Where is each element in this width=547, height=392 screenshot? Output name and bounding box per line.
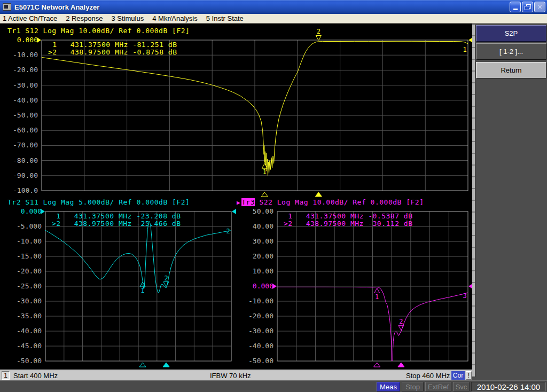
stop-frequency-label: Stop 460 MHz bbox=[406, 372, 450, 380]
menu-instr-state[interactable]: 5 Instr State bbox=[206, 14, 244, 22]
close-button[interactable]: ✕ bbox=[534, 2, 545, 12]
marker-1-number: 1 bbox=[263, 168, 267, 176]
title-bar: E5071C Network Analyzer ✕ bbox=[0, 0, 547, 14]
trace-title-text: S11 Log Mag 5.000dB/ Ref 0.000dB [F2] bbox=[21, 198, 190, 206]
meas-status-badge: Meas bbox=[377, 382, 400, 391]
y-tick-label: -25.00 bbox=[17, 282, 42, 290]
minimize-button[interactable] bbox=[510, 2, 521, 12]
y-tick-label: -90.00 bbox=[13, 171, 38, 179]
y-tick-label: -10.00 bbox=[13, 51, 38, 59]
marker-2-symbol-icon[interactable] bbox=[163, 282, 169, 287]
ifbw-label: IFBW 70 kHz bbox=[210, 372, 251, 380]
ref-level-left-icon[interactable] bbox=[272, 284, 277, 289]
y-tick-label: -15.00 bbox=[17, 252, 42, 260]
measurement-screen: Tr1 S12 Log Mag 10.00dB/ Ref 0.000dB [F2… bbox=[0, 23, 472, 370]
y-tick-label: 0.000 bbox=[21, 207, 42, 215]
y-tick-label: 30.00 bbox=[253, 237, 274, 245]
active-trace-arrow-icon: ▶ bbox=[237, 199, 240, 206]
plot-tr2-canvas: 0.000-5.000-10.00-15.00-20.00-25.00-30.0… bbox=[0, 209, 237, 368]
y-tick-label: 10.00 bbox=[253, 267, 274, 275]
y-tick-label: -5.000 bbox=[17, 222, 42, 230]
y-tick-label: -80.00 bbox=[13, 156, 38, 164]
marker-2-stimulus-icon[interactable] bbox=[398, 363, 404, 367]
active-trace-name: Tr3 bbox=[241, 198, 255, 206]
y-tick-label: 40.00 bbox=[253, 222, 274, 230]
restore-button[interactable] bbox=[522, 2, 533, 12]
marker-2-number: 2 bbox=[399, 318, 403, 325]
alert-badge: ! bbox=[466, 371, 472, 380]
menu-active-ch-trace[interactable]: 1 Active Ch/Trace bbox=[3, 14, 57, 22]
application-window: E5071C Network Analyzer ✕ 1 Active Ch/Tr… bbox=[0, 0, 547, 392]
menu-mkr-analysis[interactable]: 4 Mkr/Analysis bbox=[152, 14, 198, 22]
marker-2-number: 2 bbox=[164, 275, 168, 282]
marker-1-number: 1 bbox=[140, 287, 144, 294]
y-tick-label: -20.00 bbox=[13, 66, 38, 74]
marker-1-stimulus-icon[interactable] bbox=[374, 363, 380, 367]
y-tick-label: -100.0 bbox=[13, 186, 38, 194]
datetime-display: 2010-02-26 14:00 bbox=[471, 382, 546, 391]
menu-response[interactable]: 2 Response bbox=[66, 14, 103, 22]
y-tick-label: -35.00 bbox=[17, 312, 42, 320]
softkey-return-button[interactable]: Return bbox=[476, 62, 546, 79]
marker-2-symbol-icon[interactable] bbox=[316, 35, 321, 40]
marker-1-stimulus-icon[interactable] bbox=[261, 192, 268, 197]
y-tick-label: -50.00 bbox=[17, 357, 42, 365]
y-tick-label: -40.00 bbox=[17, 327, 42, 335]
channel-number-badge: 1 bbox=[2, 371, 10, 380]
trace-end-number: 3 bbox=[463, 292, 466, 300]
softkey-menu-title: S2P bbox=[476, 25, 546, 42]
marker-1-number: 1 bbox=[375, 293, 379, 301]
plot-tr3-canvas: 50.0040.0030.0020.0010.000.000-10.00-20.… bbox=[237, 209, 472, 368]
marker-2-stimulus-icon[interactable] bbox=[163, 363, 169, 367]
ref-level-left-icon[interactable] bbox=[37, 37, 41, 43]
trace-header-tr1[interactable]: Tr1 S12 Log Mag 10.00dB/ Ref 0.000dB [F2… bbox=[7, 27, 190, 35]
trace-title-text: S22 Log Mag 10.00dB/ Ref 0.000dB [F2] bbox=[255, 198, 424, 206]
app-icon bbox=[3, 3, 11, 11]
y-tick-label: -50.00 bbox=[248, 357, 274, 365]
y-tick-label: 0.000 bbox=[253, 282, 274, 290]
correction-status-badge: Cor bbox=[451, 371, 465, 380]
trace-header-tr3[interactable]: ▶Tr3 S22 Log Mag 10.00dB/ Ref 0.000dB [F… bbox=[237, 198, 424, 206]
sweep-stop-badge: Stop bbox=[402, 382, 424, 391]
y-tick-label: -10.00 bbox=[17, 237, 42, 245]
y-tick-label: -30.00 bbox=[13, 81, 38, 89]
window-title: E5071C Network Analyzer bbox=[14, 3, 99, 11]
trace-end-number: 2 bbox=[226, 228, 230, 235]
y-tick-label: -10.00 bbox=[248, 297, 274, 305]
restore-icon bbox=[525, 4, 531, 10]
y-tick-label: 50.00 bbox=[253, 207, 274, 215]
y-tick-label: -45.00 bbox=[17, 342, 42, 350]
ref-level-right-icon[interactable] bbox=[232, 209, 236, 214]
menu-stimulus[interactable]: 3 Stimulus bbox=[112, 14, 144, 22]
start-frequency-label: Start 400 MHz bbox=[13, 372, 58, 380]
marker-1-symbol-icon[interactable] bbox=[374, 288, 380, 293]
minimize-icon bbox=[513, 9, 518, 10]
y-tick-label: -30.00 bbox=[248, 327, 274, 335]
channel-status-bar: 1 Start 400 MHz IFBW 70 kHz Stop 460 MHz… bbox=[0, 370, 472, 380]
softkey-scrollbar[interactable] bbox=[472, 25, 475, 377]
y-tick-label: 20.00 bbox=[253, 252, 274, 260]
y-tick-label: -50.00 bbox=[13, 111, 38, 119]
marker-2-number: 2 bbox=[317, 28, 321, 35]
instrument-status-bar: Meas Stop ExtRef Svc 2010-02-26 14:00 bbox=[0, 380, 547, 392]
ref-level-left-icon[interactable] bbox=[41, 209, 45, 214]
trace-title-text: S12 Log Mag 10.00dB/ Ref 0.000dB [F2] bbox=[21, 27, 190, 35]
marker-readout-row: >2 438.97500 MHz -0.8758 dB bbox=[48, 48, 177, 56]
trace-name: Tr2 bbox=[7, 198, 21, 206]
marker-readout-row: 1 431.37500 MHz -81.251 dB bbox=[48, 41, 177, 49]
y-tick-label: -60.00 bbox=[13, 126, 38, 134]
menu-bar: 1 Active Ch/Trace 2 Response 3 Stimulus … bbox=[0, 14, 547, 23]
marker-readout-row: 1 431.37500 MHz -23.208 dB bbox=[52, 212, 181, 220]
softkey-1-2-button[interactable]: [ 1-2 ]... bbox=[476, 43, 546, 60]
marker-2-stimulus-icon[interactable] bbox=[315, 192, 322, 197]
trace-name: Tr1 bbox=[7, 27, 21, 35]
y-tick-label: -20.00 bbox=[17, 267, 42, 275]
trace-header-tr2[interactable]: Tr2 S11 Log Mag 5.000dB/ Ref 0.000dB [F2… bbox=[7, 198, 190, 206]
y-tick-label: -70.00 bbox=[13, 141, 38, 149]
softkey-panel: S2P [ 1-2 ]... Return bbox=[472, 23, 547, 380]
marker-1-stimulus-icon[interactable] bbox=[139, 363, 146, 367]
marker-readout-row: 1 431.37500 MHz -0.5387 dB bbox=[284, 212, 412, 220]
window-controls: ✕ bbox=[510, 2, 545, 12]
y-tick-label: -40.00 bbox=[248, 342, 274, 350]
svc-badge: Svc bbox=[453, 382, 470, 391]
